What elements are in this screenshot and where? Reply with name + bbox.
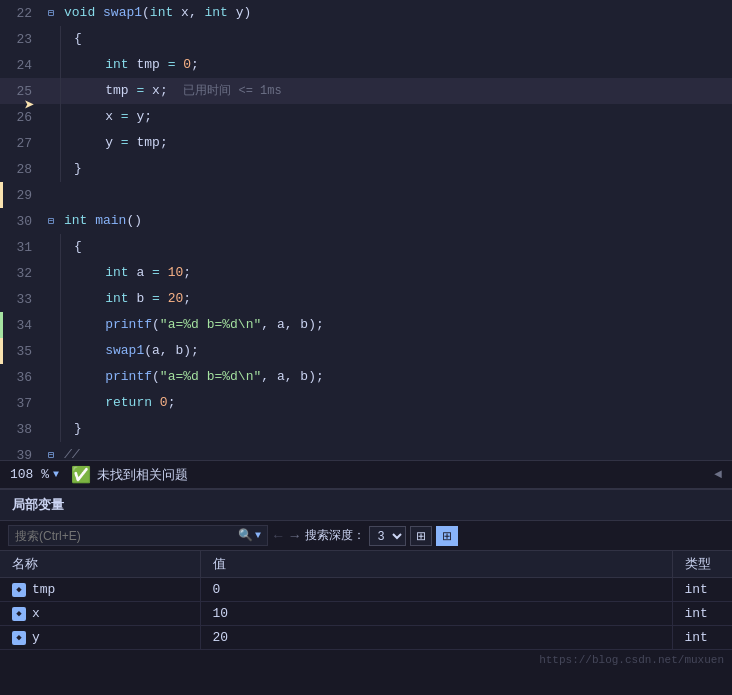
var-name: y — [32, 630, 40, 645]
var-type: int — [672, 626, 732, 650]
var-value: 0 — [200, 578, 672, 602]
col-header-name: 名称 — [0, 551, 200, 578]
line-content-31: { — [70, 234, 82, 260]
nav-forward-button[interactable]: → — [288, 528, 300, 544]
code-line-30: 30 ⊟ int main() — [0, 208, 732, 234]
indent-guide-35 — [60, 338, 70, 364]
watermark: https://blog.csdn.net/muxuen — [0, 650, 732, 670]
code-line-35: 35 swap1(a, b); — [0, 338, 732, 364]
line-content-25: tmp = x; 已用时间 <= 1ms — [70, 78, 282, 104]
line-num-29: 29 — [0, 188, 42, 203]
line-num-38: 38 — [0, 422, 42, 437]
line-content-24: int tmp = 0; — [70, 52, 199, 78]
indent-guide-24 — [60, 52, 70, 78]
line-content-34: printf("a=%d b=%d\n", a, b); — [70, 312, 324, 338]
line-num-28: 28 — [0, 162, 42, 177]
var-icon: ◆ — [12, 583, 26, 597]
line-content-33: int b = 20; — [70, 286, 191, 312]
var-name-cell: ◆ y — [0, 626, 200, 650]
indent-guide-27 — [60, 130, 70, 156]
table-row[interactable]: ◆ tmp 0 int — [0, 578, 732, 602]
status-scroll-arrow[interactable]: ◄ — [714, 467, 722, 482]
filter-icon: ⊞ — [416, 529, 426, 543]
depth-select[interactable]: 3 1 2 4 5 — [369, 526, 406, 546]
indent-guide-38 — [60, 416, 70, 442]
line-content-35: swap1(a, b); — [70, 338, 199, 364]
line-content-23: { — [70, 26, 82, 52]
var-type: int — [672, 602, 732, 626]
line-content-22: void swap1(int x, int y) — [60, 0, 251, 26]
line-num-36: 36 — [0, 370, 42, 385]
code-line-26: 26 x = y; — [0, 104, 732, 130]
search-wrapper[interactable]: 🔍 ▼ — [8, 525, 268, 546]
vars-panel-title: 局部变量 — [0, 490, 732, 521]
line-content-26: x = y; — [70, 104, 152, 130]
line-content-36: printf("a=%d b=%d\n", a, b); — [70, 364, 324, 390]
left-arrow-icon: ◄ — [714, 467, 722, 482]
var-value: 10 — [200, 602, 672, 626]
search-input[interactable] — [15, 529, 238, 543]
vars-table: 名称 值 类型 ◆ tmp 0 int ◆ x 10 int ◆ — [0, 551, 732, 650]
nav-back-button[interactable]: ← — [272, 528, 284, 544]
code-line-29: 29 — [0, 182, 732, 208]
line-num-30: 30 — [0, 214, 42, 229]
table-row[interactable]: ◆ x 10 int — [0, 602, 732, 626]
line-num-27: 27 — [0, 136, 42, 151]
gutter-39: ⊟ — [42, 449, 60, 460]
var-icon: ◆ — [12, 607, 26, 621]
var-name-cell: ◆ x — [0, 602, 200, 626]
code-line-37: 37 return 0; — [0, 390, 732, 416]
zoom-dropdown-icon[interactable]: ▼ — [53, 469, 59, 480]
var-name: tmp — [32, 582, 55, 597]
indent-guide-28 — [60, 156, 70, 182]
line-content-30: int main() — [60, 208, 142, 234]
table-header-row: 名称 值 类型 — [0, 551, 732, 578]
line-content-37: return 0; — [70, 390, 175, 416]
line-content-38: } — [70, 416, 82, 442]
line-num-35: 35 — [0, 344, 42, 359]
status-check-text: 未找到相关问题 — [97, 466, 188, 484]
col-header-value: 值 — [200, 551, 672, 578]
code-line-31: 31 { — [0, 234, 732, 260]
code-line-33: 33 int b = 20; — [0, 286, 732, 312]
layout-button[interactable]: ⊞ — [436, 526, 458, 546]
line-content-28: } — [70, 156, 82, 182]
var-type: int — [672, 578, 732, 602]
var-value: 20 — [200, 626, 672, 650]
zoom-control[interactable]: 108 % ▼ — [10, 467, 59, 482]
gutter-22: ⊟ — [42, 7, 60, 19]
line-num-24: 24 — [0, 58, 42, 73]
line-content-39: // — [60, 442, 80, 460]
line-num-25: 25 — [0, 84, 42, 99]
table-row[interactable]: ◆ y 20 int — [0, 626, 732, 650]
line-content-27: y = tmp; — [70, 130, 168, 156]
fold-icon-30[interactable]: ⊟ — [48, 215, 54, 227]
filter-button[interactable]: ⊞ — [410, 526, 432, 546]
var-name-cell: ◆ tmp — [0, 578, 200, 602]
code-line-25: 25 ➤ tmp = x; 已用时间 <= 1ms — [0, 78, 732, 104]
code-line-23: 23 { — [0, 26, 732, 52]
code-line-22: 22 ⊟ void swap1(int x, int y) — [0, 0, 732, 26]
indent-guide-33 — [60, 286, 70, 312]
line-num-32: 32 — [0, 266, 42, 281]
line-num-23: 23 — [0, 32, 42, 47]
code-editor: 22 ⊟ void swap1(int x, int y) 23 { 24 in… — [0, 0, 732, 460]
gutter-30: ⊟ — [42, 215, 60, 227]
fold-icon-39[interactable]: ⊟ — [48, 449, 54, 460]
code-line-36: 36 printf("a=%d b=%d\n", a, b); — [0, 364, 732, 390]
indent-guide-31 — [60, 234, 70, 260]
line-num-34: 34 — [0, 318, 42, 333]
indent-guide-26 — [60, 104, 70, 130]
code-line-32: 32 int a = 10; — [0, 260, 732, 286]
indent-guide-34 — [60, 312, 70, 338]
line-content-32: int a = 10; — [70, 260, 191, 286]
indent-guide-32 — [60, 260, 70, 286]
var-name: x — [32, 606, 40, 621]
vars-toolbar: 🔍 ▼ ← → 搜索深度： 3 1 2 4 5 ⊞ ⊞ — [0, 521, 732, 551]
fold-icon-22[interactable]: ⊟ — [48, 7, 54, 19]
check-circle-icon: ✅ — [71, 465, 91, 485]
depth-label: 搜索深度： — [305, 527, 365, 544]
search-dropdown-icon[interactable]: ▼ — [255, 530, 261, 541]
line-num-22: 22 — [0, 6, 42, 21]
code-line-28: 28 } — [0, 156, 732, 182]
